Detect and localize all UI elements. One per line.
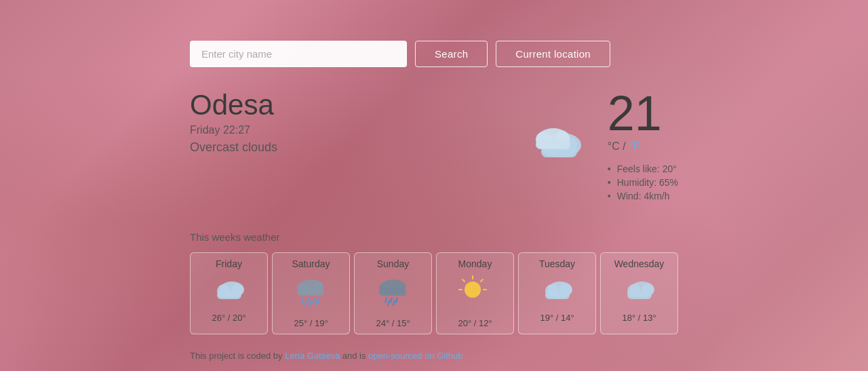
svg-line-31	[393, 300, 395, 305]
search-button[interactable]: Search	[415, 41, 488, 67]
day-card-sunday: Sunday 24° / 15°	[354, 252, 432, 334]
day-name-friday: Friday	[216, 258, 242, 269]
weather-left: Odesa Friday 22:27 Overcast clouds	[190, 89, 498, 204]
unit-separator: /	[620, 140, 629, 152]
day-temp-monday: 20° / 12°	[458, 318, 492, 328]
search-bar: Search Current location	[190, 41, 678, 67]
day-icon-wednesday	[622, 275, 657, 307]
svg-rect-15	[297, 288, 324, 296]
day-card-monday: Monday 20° / 12°	[436, 252, 514, 334]
svg-line-34	[481, 279, 483, 281]
weekly-grid: Friday 26° / 20° Saturday	[190, 252, 678, 334]
current-location-button[interactable]: Current location	[496, 41, 610, 67]
weather-description: Overcast clouds	[190, 140, 498, 155]
unit-toggle[interactable]: °C / °F	[608, 140, 678, 153]
day-name-monday: Monday	[458, 258, 492, 269]
svg-line-36	[462, 279, 465, 281]
svg-line-18	[313, 298, 314, 303]
svg-line-17	[307, 298, 309, 303]
day-name-wednesday: Wednesday	[614, 258, 665, 269]
feels-like: Feels like: 20°	[608, 163, 678, 174]
temp-info: 21 °C / °F Feels like: 20° Humidity: 65%…	[608, 89, 678, 204]
day-icon-tuesday	[540, 275, 575, 307]
svg-point-32	[465, 281, 481, 298]
day-card-friday: Friday 26° / 20°	[190, 252, 268, 334]
footer: This project is coded by Lena Gatseva an…	[190, 351, 678, 361]
day-icon-sunday	[376, 275, 411, 313]
day-card-saturday: Saturday	[272, 252, 350, 334]
svg-rect-41	[545, 291, 570, 299]
svg-line-20	[304, 300, 306, 306]
wind: Wind: 4km/h	[608, 191, 678, 201]
weekly-section: This weeks weather Friday 26° / 20° Satu…	[190, 231, 678, 334]
unit-fahrenheit[interactable]: °F	[629, 140, 639, 152]
weather-details: Feels like: 20° Humidity: 65% Wind: 4km/…	[608, 163, 678, 204]
svg-line-16	[302, 298, 303, 303]
day-temp-wednesday: 18° / 13°	[622, 313, 656, 323]
temperature: 21	[608, 89, 678, 138]
weather-icon-main	[525, 119, 586, 174]
city-name: Odesa	[190, 89, 498, 121]
day-icon-monday	[458, 275, 493, 313]
day-temp-tuesday: 19° / 14°	[540, 313, 574, 323]
search-input[interactable]	[190, 41, 407, 67]
weather-right: 21 °C / °F Feels like: 20° Humidity: 65%…	[525, 89, 678, 204]
footer-text-before: This project is coded by	[190, 351, 285, 361]
svg-rect-45	[627, 291, 652, 299]
svg-line-28	[391, 298, 392, 302]
svg-line-21	[310, 300, 311, 306]
day-temp-sunday: 24° / 15°	[376, 318, 410, 328]
datetime: Friday 22:27	[190, 124, 498, 136]
svg-rect-26	[379, 288, 406, 296]
day-name-tuesday: Tuesday	[539, 258, 575, 269]
day-temp-friday: 26° / 20°	[212, 313, 245, 323]
footer-github-link[interactable]: open-sourced on Github	[368, 351, 462, 361]
svg-line-22	[315, 300, 317, 306]
day-icon-friday	[212, 275, 247, 307]
humidity: Humidity: 65%	[608, 177, 678, 188]
unit-celsius[interactable]: °C	[608, 140, 620, 152]
weekly-title: This weeks weather	[190, 231, 678, 243]
day-name-saturday: Saturday	[292, 258, 330, 269]
svg-line-29	[396, 298, 397, 302]
svg-line-30	[388, 300, 389, 305]
footer-author-link[interactable]: Lena Gatseva	[285, 351, 340, 361]
day-card-wednesday: Wednesday 18° / 13°	[600, 252, 678, 334]
day-icon-saturday	[294, 275, 329, 313]
svg-rect-11	[217, 291, 241, 299]
day-name-sunday: Sunday	[377, 258, 409, 269]
day-card-tuesday: Tuesday 19° / 14°	[518, 252, 596, 334]
svg-line-27	[385, 298, 387, 302]
svg-rect-7	[536, 140, 570, 149]
weather-main: Odesa Friday 22:27 Overcast clouds	[190, 89, 678, 204]
svg-line-19	[318, 298, 319, 303]
footer-text-middle: and is	[340, 351, 368, 361]
day-temp-saturday: 25° / 19°	[294, 318, 328, 328]
